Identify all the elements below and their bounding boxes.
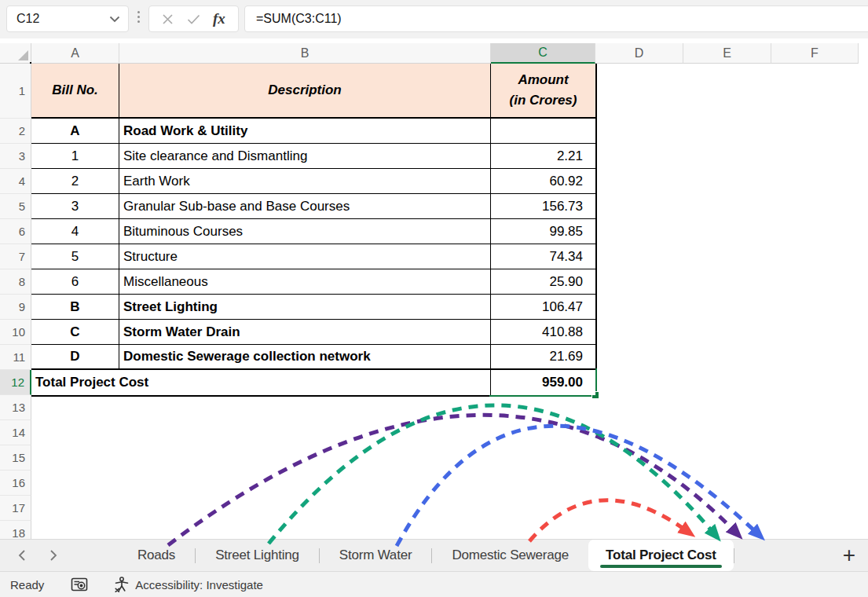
column-header-C[interactable]: C [491,43,595,64]
cell-B3[interactable]: Site clearance and Dismantling [119,144,491,169]
cell-C6[interactable]: 99.85 [491,219,595,244]
cell-A6[interactable]: 4 [31,219,119,244]
separator-dots-icon [137,11,140,23]
sheet-tab-domestic-sewerage[interactable]: Domestic Sewerage [432,540,588,571]
active-tab-underline [600,565,722,568]
sheet-tab-street-lighting[interactable]: Street Lighting [196,540,319,571]
name-box-value[interactable]: C12 [7,12,109,26]
sheet-tab-total-project-cost[interactable]: Total Project Cost [588,540,734,571]
row-header-13[interactable]: 13 [0,395,31,420]
tab-scroll-left-icon[interactable] [17,549,27,562]
cell-A9[interactable]: B [31,295,119,320]
cell-A11[interactable]: D [31,345,119,370]
row-header-18[interactable]: 18 [0,521,31,539]
cell-A3[interactable]: 1 [31,144,119,169]
chevron-down-icon[interactable] [109,16,120,23]
column-header-E[interactable]: E [683,43,771,64]
row-header-4[interactable]: 4 [0,169,31,194]
cell-C9[interactable]: 106.47 [491,295,595,320]
cell-A5[interactable]: 3 [31,194,119,219]
select-all-corner[interactable] [0,43,31,64]
cell-A7[interactable]: 5 [31,244,119,269]
cell-C1-amount-header[interactable]: Amount(in Crores) [491,64,595,119]
cell-C12-total-amount[interactable]: 959.00 [491,370,595,395]
row-header-6[interactable]: 6 [0,219,31,244]
sheet-tab-strip: RoadsStreet LightingStorm WaterDomestic … [0,539,868,571]
formula-strip: C12 fx =SUM(C3:C11) [0,0,868,39]
row-header-16[interactable]: 16 [0,471,31,496]
cell-C8[interactable]: 25.90 [491,269,595,295]
macro-record-icon[interactable] [71,577,88,592]
cell-C3[interactable]: 2.21 [491,144,595,169]
accessibility-person-icon [113,577,130,592]
sheet-tab-label: Roads [137,548,175,563]
row-header-15[interactable]: 15 [0,445,31,471]
row-header-8[interactable]: 8 [0,269,31,295]
cell-B5[interactable]: Granular Sub-base and Base Courses [119,194,491,219]
worksheet-grid: ABCDEF123456789101112131415161718Bill No… [0,38,868,539]
insert-function-icon[interactable]: fx [213,10,225,27]
sheet-tab-label: Total Project Cost [606,548,716,563]
accessibility-status[interactable]: Accessibility: Investigate [113,577,263,592]
sheet-tab-label: Street Lighting [215,548,299,563]
cell-C4[interactable]: 60.92 [491,169,595,194]
cell-C7[interactable]: 74.34 [491,244,595,269]
row-header-11[interactable]: 11 [0,345,31,370]
formula-text[interactable]: =SUM(C3:C11) [245,12,342,26]
excel-window: C12 fx =SUM(C3:C11) ABCDEF12345678910111… [0,0,868,597]
cell-A2[interactable]: A [31,119,119,144]
row-header-14[interactable]: 14 [0,420,31,445]
cell-B1-description-header[interactable]: Description [119,64,491,119]
cell-B10[interactable]: Storm Water Drain [119,320,491,345]
sheet-tab-roads[interactable]: Roads [118,540,195,571]
cell-C11[interactable]: 21.69 [491,345,595,370]
cell-B8[interactable]: Miscellaneous [119,269,491,295]
cell-B11[interactable]: Domestic Sewerage collection network [119,345,491,370]
row-header-17[interactable]: 17 [0,496,31,521]
formula-bar[interactable]: =SUM(C3:C11) [244,5,868,32]
cell-B4[interactable]: Earth Work [119,169,491,194]
row-header-10[interactable]: 10 [0,320,31,345]
add-sheet-button[interactable]: + [843,542,855,569]
row-header-3[interactable]: 3 [0,144,31,169]
cell-A12-total-label[interactable]: Total Project Cost [31,370,491,395]
status-mode: Ready [10,578,44,592]
tab-separator [734,548,734,563]
cell-B2[interactable]: Road Work & Utility [119,119,491,144]
tab-scroll-right-icon[interactable] [49,549,58,562]
accessibility-label: Accessibility: Investigate [135,578,263,592]
cell-C10[interactable]: 410.88 [491,320,595,345]
column-header-B[interactable]: B [119,43,491,64]
row-header-12[interactable]: 12 [0,370,31,395]
cell-A8[interactable]: 6 [31,269,119,295]
sheet-tab-label: Storm Water [339,548,412,563]
cell-B7[interactable]: Structure [119,244,491,269]
cell-B6[interactable]: Bituminous Courses [119,219,491,244]
column-header-A[interactable]: A [31,43,119,64]
cell-C5[interactable]: 156.73 [491,194,595,219]
cancel-icon[interactable] [162,13,174,25]
status-bar: Ready Accessibility: Investigate [0,571,868,597]
cell-B9[interactable]: Street Lighting [119,295,491,320]
amount-header-line: (in Crores) [510,90,577,111]
row-header-2[interactable]: 2 [0,119,31,144]
formula-buttons: fx [148,5,239,32]
cell-C2[interactable] [491,119,595,144]
enter-check-icon[interactable] [187,14,200,24]
row-header-9[interactable]: 9 [0,295,31,320]
select-all-triangle-icon [18,50,28,60]
name-box[interactable]: C12 [6,5,129,32]
cell-A1-bill-no-header[interactable]: Bill No. [31,64,119,119]
sheet-tab-label: Domestic Sewerage [452,548,569,563]
column-header-F[interactable]: F [771,43,859,64]
cell-A4[interactable]: 2 [31,169,119,194]
row-header-1[interactable]: 1 [0,64,31,119]
row-header-5[interactable]: 5 [0,194,31,219]
row-header-7[interactable]: 7 [0,244,31,269]
cell-A10[interactable]: C [31,320,119,345]
amount-header-line: Amount [518,70,568,90]
sheet-tab-storm-water[interactable]: Storm Water [320,540,432,571]
column-header-D[interactable]: D [595,43,683,64]
